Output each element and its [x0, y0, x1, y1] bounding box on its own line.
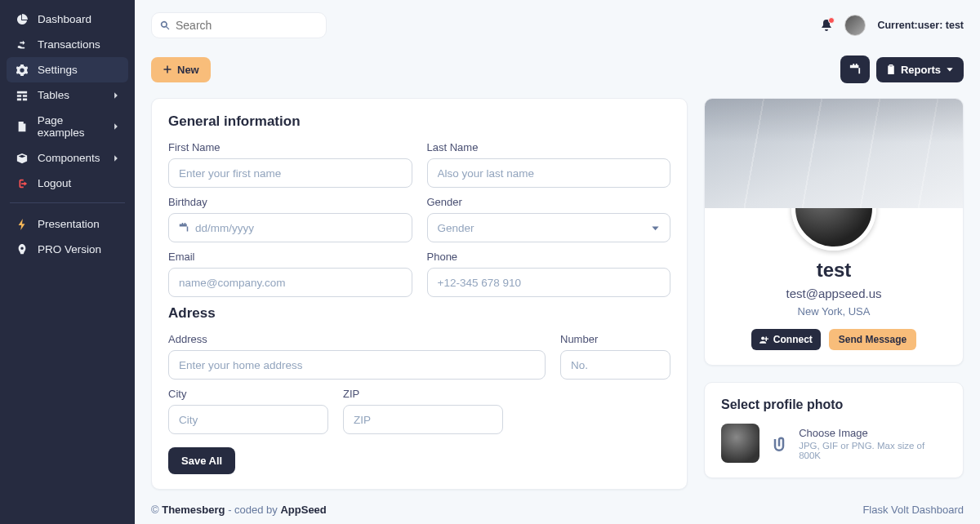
new-button[interactable]: New	[151, 57, 211, 82]
city-label: City	[168, 388, 328, 400]
gender-label: Gender	[427, 196, 671, 208]
rocket-icon	[15, 244, 29, 255]
sidebar-item-pro-version[interactable]: PRO Version	[7, 237, 128, 262]
save-all-button[interactable]: Save All	[168, 447, 235, 474]
gender-select[interactable]: Gender	[427, 213, 671, 242]
city-field[interactable]	[168, 405, 328, 434]
hand-holding-icon	[15, 39, 29, 51]
calendar-icon	[849, 64, 861, 75]
table-icon	[15, 90, 29, 101]
calendar-icon	[179, 223, 189, 233]
sidebar-item-label: Transactions	[38, 38, 100, 51]
gear-icon	[15, 64, 29, 76]
footer-left: © Themesberg - coded by AppSeed	[151, 504, 327, 516]
footer-appseed-link[interactable]: AppSeed	[280, 504, 326, 516]
footer-themesberg-link[interactable]: Themesberg	[162, 504, 225, 516]
profile-card: test test@appseed.us New York, USA Conne…	[704, 98, 964, 366]
calendar-button[interactable]	[840, 56, 870, 83]
sidebar-item-label: Page examples	[38, 114, 112, 139]
sidebar-item-page-examples[interactable]: Page examples	[7, 108, 128, 145]
plus-icon	[163, 64, 172, 74]
sidebar-item-components[interactable]: Components	[7, 145, 128, 171]
notifications-button[interactable]	[820, 19, 833, 32]
profile-email: test@appseed.us	[786, 286, 882, 300]
first-name-field[interactable]	[168, 158, 412, 188]
save-all-label: Save All	[181, 455, 222, 467]
general-heading: General information	[168, 113, 670, 130]
photo-heading: Select profile photo	[721, 397, 947, 412]
reports-button-label: Reports	[901, 64, 941, 76]
footer: © Themesberg - coded by AppSeed Flask Vo…	[151, 491, 964, 524]
search-icon	[160, 20, 171, 31]
birthday-field[interactable]	[168, 213, 412, 242]
address-field[interactable]	[168, 350, 546, 380]
sidebar-item-label: Settings	[38, 64, 78, 76]
sidebar-item-label: Logout	[38, 177, 71, 189]
number-field[interactable]	[560, 350, 670, 380]
bolt-icon	[15, 219, 29, 230]
sidebar-divider	[10, 202, 125, 203]
sidebar-item-label: PRO Version	[38, 243, 101, 255]
last-name-field[interactable]	[427, 158, 671, 188]
content: General information First Name Last Name	[151, 98, 964, 490]
profile-location: New York, USA	[798, 305, 871, 318]
sidebar: Dashboard Transactions Settings Tables	[0, 0, 135, 524]
chevron-right-icon	[112, 91, 120, 100]
chevron-down-icon	[651, 224, 660, 233]
current-user-label: Current:user: test	[877, 20, 964, 31]
send-message-label: Send Message	[839, 334, 906, 345]
address-label: Address	[168, 333, 546, 345]
search-input[interactable]	[176, 19, 318, 32]
pie-chart-icon	[15, 14, 29, 25]
connect-label: Connect	[773, 334, 813, 345]
gender-selected: Gender	[438, 222, 474, 234]
paperclip-icon	[771, 435, 787, 451]
footer-right[interactable]: Flask Volt Dashboard	[862, 504, 964, 516]
chevron-right-icon	[112, 154, 120, 162]
logout-icon	[15, 178, 29, 189]
sidebar-item-dashboard[interactable]: Dashboard	[7, 7, 128, 32]
sidebar-item-presentation[interactable]: Presentation	[7, 211, 128, 237]
address-heading: Adress	[168, 305, 670, 322]
box-icon	[15, 153, 29, 164]
photo-thumb	[721, 424, 760, 463]
page-actions: New Reports	[151, 56, 964, 83]
sidebar-item-settings[interactable]: Settings	[7, 57, 128, 82]
topbar: Current:user: test	[151, 7, 964, 44]
reports-button[interactable]: Reports	[876, 57, 964, 82]
sidebar-item-logout[interactable]: Logout	[7, 171, 128, 196]
email-field[interactable]	[168, 268, 412, 297]
new-button-label: New	[177, 64, 199, 76]
profile-name: test	[817, 259, 852, 282]
profile-cover	[705, 99, 963, 208]
phone-label: Phone	[427, 251, 671, 263]
file-icon	[15, 121, 29, 132]
zip-label: ZIP	[343, 388, 503, 400]
sidebar-item-label: Components	[38, 152, 100, 164]
last-name-label: Last Name	[427, 141, 671, 153]
connect-button[interactable]: Connect	[751, 329, 821, 350]
upload-hint: JPG, GIF or PNG. Max size of 800K	[799, 441, 947, 460]
upload-photo[interactable]: Choose Image JPG, GIF or PNG. Max size o…	[721, 424, 947, 463]
photo-card: Select profile photo Choose Image JPG, G…	[704, 382, 964, 478]
general-info-card: General information First Name Last Name	[151, 98, 688, 490]
avatar[interactable]	[844, 15, 866, 36]
sidebar-item-label: Dashboard	[38, 13, 91, 25]
notification-dot	[828, 17, 835, 24]
phone-field[interactable]	[427, 268, 671, 297]
birthday-label: Birthday	[168, 196, 412, 208]
sidebar-item-transactions[interactable]: Transactions	[7, 32, 128, 57]
send-message-button[interactable]: Send Message	[829, 329, 916, 350]
sidebar-item-label: Presentation	[38, 218, 100, 230]
number-label: Number	[560, 333, 670, 345]
chevron-right-icon	[112, 122, 120, 131]
first-name-label: First Name	[168, 141, 412, 153]
search-input-wrap[interactable]	[151, 12, 327, 38]
main: Current:user: test New Re	[135, 0, 980, 524]
clipboard-icon	[886, 64, 896, 74]
sidebar-item-tables[interactable]: Tables	[7, 82, 128, 108]
zip-field[interactable]	[343, 405, 503, 434]
chevron-down-icon	[946, 65, 954, 73]
email-label: Email	[168, 251, 412, 263]
choose-image-label: Choose Image	[799, 427, 947, 439]
